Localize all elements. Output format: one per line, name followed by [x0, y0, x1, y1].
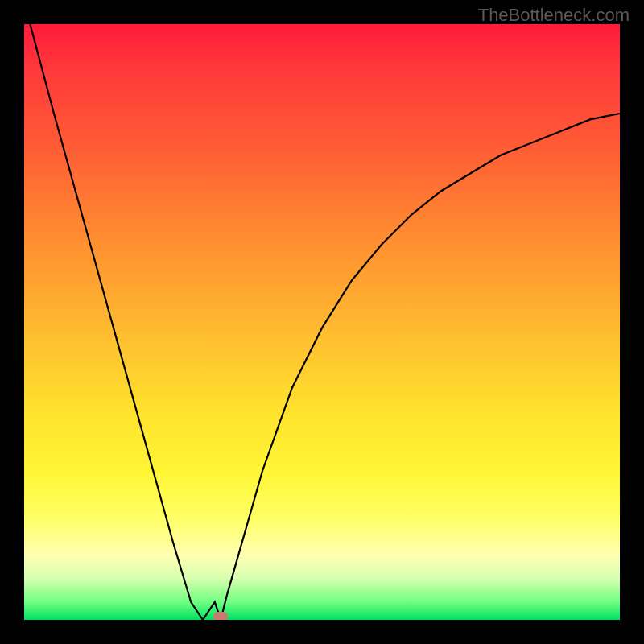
bottleneck-curve	[30, 24, 620, 620]
optimal-point-marker	[213, 612, 228, 620]
chart-frame	[24, 24, 620, 620]
chart-curve-svg	[24, 24, 620, 620]
watermark-text: TheBottleneck.com	[478, 5, 630, 26]
